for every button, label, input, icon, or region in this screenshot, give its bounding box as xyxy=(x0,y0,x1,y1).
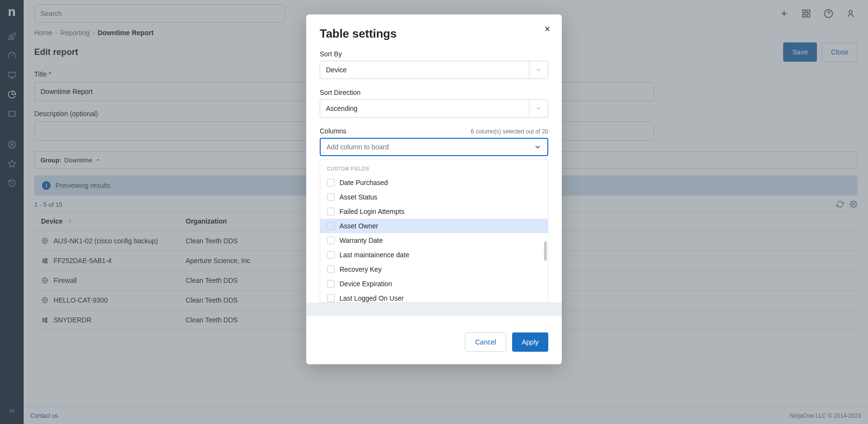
sort-direction-value: Ascending xyxy=(326,105,357,112)
checkbox[interactable] xyxy=(327,193,335,201)
checkbox[interactable] xyxy=(327,222,335,230)
columns-search-input[interactable] xyxy=(326,143,528,151)
option-label: Asset Status xyxy=(339,193,378,201)
chevron-down-icon xyxy=(529,61,542,79)
dropdown-section-header: CUSTOM FIELDS xyxy=(320,159,548,175)
columns-header-row: Columns 6 column(s) selected out of 20 xyxy=(320,127,548,135)
apply-button[interactable]: Apply xyxy=(512,332,548,352)
app-root: n xyxy=(0,0,868,424)
table-settings-modal: Table settings Sort By Device Sort Direc… xyxy=(306,14,562,364)
sort-by-label: Sort By xyxy=(320,50,548,58)
column-option[interactable]: Recovery Key xyxy=(320,262,548,277)
option-label: Warranty Date xyxy=(339,237,383,244)
columns-combobox[interactable] xyxy=(320,138,548,156)
checkbox[interactable] xyxy=(327,251,335,259)
checkbox[interactable] xyxy=(327,179,335,186)
option-label: Device Expiration xyxy=(339,280,392,288)
column-option[interactable]: Device Expiration xyxy=(320,277,548,291)
modal-overlay[interactable]: Table settings Sort By Device Sort Direc… xyxy=(0,0,868,424)
column-option[interactable]: Failed Login Attempts xyxy=(320,204,548,219)
modal-spacer xyxy=(306,303,562,316)
option-label: Last maintainence date xyxy=(339,251,409,259)
modal-title: Table settings xyxy=(320,27,548,40)
checkbox[interactable] xyxy=(327,265,335,273)
option-label: Asset Owner xyxy=(339,222,378,230)
modal-close-button[interactable] xyxy=(543,25,551,33)
columns-label: Columns xyxy=(320,127,346,135)
sort-by-select[interactable]: Device xyxy=(320,61,548,79)
column-option[interactable]: Last maintainence date xyxy=(320,248,548,262)
chevron-down-icon xyxy=(529,100,542,117)
sort-direction-select[interactable]: Ascending xyxy=(320,99,548,118)
checkbox[interactable] xyxy=(327,237,335,244)
option-label: Last Logged On User xyxy=(339,294,404,302)
sort-direction-label: Sort Direction xyxy=(320,89,548,96)
checkbox[interactable] xyxy=(327,294,335,302)
columns-count: 6 column(s) selected out of 20 xyxy=(471,128,548,135)
cancel-button[interactable]: Cancel xyxy=(465,332,506,352)
scrollbar-thumb[interactable] xyxy=(544,241,547,261)
checkbox[interactable] xyxy=(327,208,335,215)
column-option[interactable]: Last Logged On User xyxy=(320,291,548,302)
close-icon xyxy=(543,25,551,33)
chevron-down-icon xyxy=(528,143,542,151)
column-option[interactable]: Warranty Date xyxy=(320,233,548,248)
sort-by-value: Device xyxy=(326,66,347,74)
option-label: Date Purchased xyxy=(339,179,388,186)
checkbox[interactable] xyxy=(327,280,335,288)
modal-actions: Cancel Apply xyxy=(320,332,548,352)
option-label: Failed Login Attempts xyxy=(339,208,405,215)
columns-dropdown: CUSTOM FIELDS Date PurchasedAsset Status… xyxy=(320,159,548,303)
option-label: Recovery Key xyxy=(339,265,381,273)
column-option[interactable]: Asset Owner xyxy=(320,219,548,233)
column-option[interactable]: Date Purchased xyxy=(320,175,548,190)
column-option[interactable]: Asset Status xyxy=(320,190,548,204)
